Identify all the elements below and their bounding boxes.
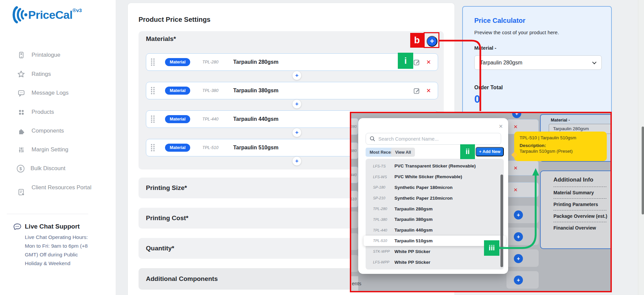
material-name: Tarpaulin 380gsm — [233, 88, 278, 94]
insert-material-button[interactable]: + — [292, 157, 301, 165]
tooltip-description: Tarpaulin 510gsm (Preset) — [520, 149, 601, 154]
sidebar-item-components[interactable]: Components — [17, 127, 107, 135]
sidebar-item-label: Message Logs — [32, 89, 69, 97]
fragment-code: 440 — [351, 167, 357, 183]
material-name: Tarpaulin 510gsm — [233, 145, 278, 151]
annotation-label-ii: ii — [460, 144, 475, 159]
drag-handle-icon[interactable] — [151, 87, 155, 94]
dimmed-add-button: + — [514, 210, 523, 219]
sidebar-item-label: Bulk Discount — [31, 164, 65, 173]
plus-icon: + — [295, 129, 299, 136]
plus-icon: + — [295, 101, 299, 107]
material-code: TPL-440 — [202, 117, 233, 121]
material-row[interactable]: Material TPL-380 Tarpaulin 380gsm ✕ — [146, 82, 438, 99]
edit-icon[interactable] — [413, 59, 420, 66]
grid-icon — [17, 108, 25, 116]
modal-scrollbar-thumb[interactable] — [500, 175, 503, 267]
additional-info-title: Additional Info — [553, 177, 612, 183]
live-chat-line: Live Chat Operating Hours: — [25, 233, 107, 242]
plus-icon: + — [515, 112, 518, 117]
sidebar-item-label: Client Resources Portal — [32, 183, 99, 192]
insert-material-button[interactable]: + — [292, 128, 301, 137]
dollar-circle-icon: $ — [17, 165, 24, 173]
logo-brand-text: PriceCal — [28, 6, 72, 23]
plus-icon: + — [295, 158, 299, 164]
dashed-divider — [553, 187, 606, 187]
zoom-callout-overlay: 280 380 440 510 ents + ✕ ✕ ✕ + + + + Mat… — [350, 112, 612, 292]
delete-icon[interactable]: ✕ — [426, 59, 431, 66]
search-icon — [370, 136, 375, 142]
dashed-divider — [553, 222, 606, 222]
annotation-highlight-box-b — [424, 32, 439, 48]
component-list-item[interactable]: TPL-380Tarpaulin 380gsm — [366, 214, 504, 225]
fragment-code: 380 — [351, 143, 357, 159]
plus-icon: + — [295, 72, 299, 79]
component-name: PVC Transparent Sticker (Removable) — [394, 163, 476, 168]
live-chat-icon — [13, 222, 21, 231]
sidebar-item-products[interactable]: Products — [17, 108, 107, 116]
sidebar-item-client-resources-portal[interactable]: Client Resources Portal — [17, 183, 107, 196]
drag-handle-icon[interactable] — [151, 58, 155, 66]
close-icon[interactable]: × — [499, 123, 503, 130]
tab-view-all[interactable]: View All — [391, 148, 415, 157]
drag-handle-icon[interactable] — [151, 115, 155, 123]
sidebar-item-bulk-discount[interactable]: $ Bulk Discount — [17, 164, 107, 173]
dimmed-section-fragment — [350, 211, 358, 228]
component-code: TPL-380 — [373, 217, 394, 222]
insert-material-button[interactable]: + — [292, 71, 301, 80]
component-list-item[interactable]: LFS-WSPVC White Sticker (Removable) — [366, 171, 504, 182]
page-scrollbar-thumb[interactable] — [642, 127, 644, 214]
sidebar-item-printalogue[interactable]: Printalogue — [17, 51, 107, 59]
component-list-item[interactable]: LFS-WPPWhite PP Sticker — [366, 257, 504, 267]
component-name: White PP Sticker — [394, 249, 430, 254]
component-list-item[interactable]: LFS-TSPVC Transparent Sticker (Removable… — [366, 161, 504, 171]
section-heading: Quantity* — [146, 245, 174, 252]
component-list-item[interactable]: TPL-440Tarpaulin 440gsm — [366, 225, 504, 236]
material-badge: Material — [165, 115, 190, 123]
edit-icon[interactable] — [413, 87, 420, 94]
live-chat-line: Mon to Fri: 9am to 6pm (+8 — [25, 242, 107, 250]
component-name: Tarpaulin 440gsm — [394, 228, 433, 233]
tooltip-description-label: Description: — [520, 143, 601, 148]
dimmed-material-row-fragment: 510 — [350, 191, 358, 207]
pricecal-logo[interactable]: PriceCal ®v3 — [9, 6, 82, 23]
additional-info-panel: Additional Info Material Summary Printin… — [540, 170, 612, 249]
chat-icon — [17, 89, 25, 97]
sidebar-item-message-logs[interactable]: Message Logs — [17, 89, 107, 97]
material-row[interactable]: Material TPL-280 Tarpaulin 280gsm ✕ — [146, 53, 438, 71]
section-heading: Printing Cost* — [146, 214, 189, 222]
dimmed-add-button: + — [512, 112, 521, 118]
material-select[interactable]: Tarpaulin 280gsm — [474, 55, 602, 70]
component-tooltip: TPL-510 | Tarpaulin 510gsm Description: … — [514, 132, 607, 161]
sidebar-item-ratings[interactable]: Ratings — [17, 70, 107, 79]
order-total-value: 0 — [474, 93, 480, 105]
component-list-item[interactable]: SP-180Synthetic Paper 180micron — [366, 182, 504, 193]
delete-icon: ✕ — [514, 165, 518, 171]
sidebar-item-margin-setting[interactable]: Margin Setting — [17, 145, 107, 154]
search-input[interactable] — [378, 136, 501, 142]
plus-icon: + — [517, 234, 520, 240]
component-code: SP-180 — [373, 185, 394, 189]
live-chat-hours: Live Chat Operating Hours: Mon to Fri: 9… — [25, 233, 107, 268]
component-list-item[interactable]: TPL-280Tarpaulin 280gsm — [366, 203, 504, 214]
component-code: LFS-WS — [373, 175, 394, 179]
component-list-item[interactable]: SP-210Synthetic Paper 210micron — [366, 193, 504, 203]
dimmed-add-button: + — [514, 232, 523, 241]
delete-icon[interactable]: ✕ — [426, 87, 431, 94]
component-name: Tarpaulin 380gsm — [394, 217, 433, 222]
fragment-code: 510 — [351, 191, 357, 207]
section-heading: Printing Size* — [146, 184, 187, 192]
page-scrollbar[interactable] — [638, 0, 644, 295]
additional-info-item: Material Summary — [553, 190, 612, 195]
insert-material-button[interactable]: + — [292, 100, 301, 108]
component-list-item[interactable]: STK-WPPWhite PP Sticker — [366, 246, 504, 257]
puzzle-icon — [17, 127, 25, 135]
fragment-text: ents — [352, 276, 361, 291]
sidebar-divider — [7, 214, 88, 214]
add-new-button[interactable]: + Add New — [476, 147, 504, 156]
annotation-label-i: i — [398, 53, 413, 69]
dimmed-add-button: + — [514, 254, 523, 263]
component-search-field[interactable] — [366, 133, 501, 145]
drag-handle-icon[interactable] — [151, 144, 155, 151]
annotation-label-b: b — [410, 33, 424, 48]
